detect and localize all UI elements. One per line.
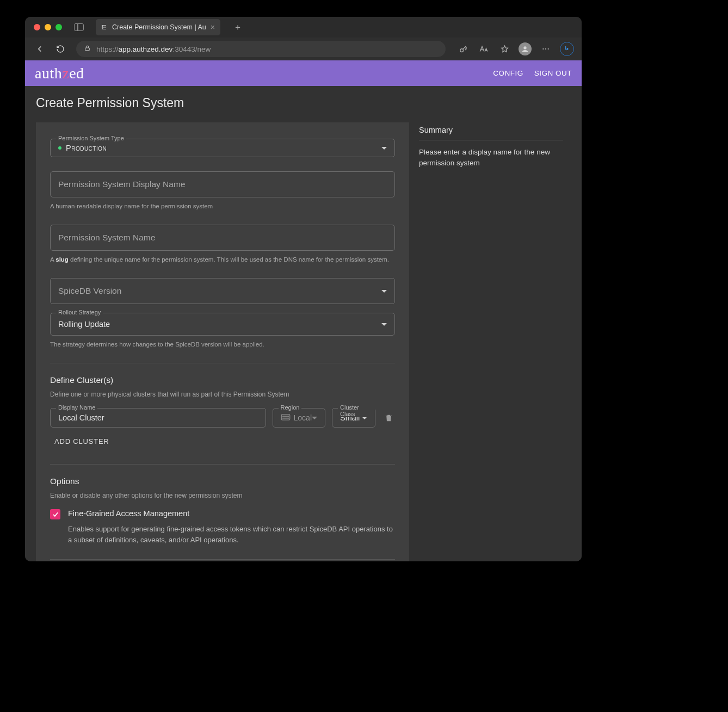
app-nav: CONFIG SIGN OUT xyxy=(493,69,572,77)
lock-icon xyxy=(84,45,91,53)
tab-favicon-icon xyxy=(100,23,108,31)
display-name-input[interactable] xyxy=(58,179,387,189)
chevron-down-icon xyxy=(381,147,387,150)
sidebar-toggle-icon[interactable] xyxy=(74,23,84,31)
text-size-icon[interactable] xyxy=(477,42,490,55)
status-dot-icon xyxy=(58,146,61,150)
cluster-display-name-input[interactable] xyxy=(58,413,258,422)
rollout-strategy-select[interactable]: Rollout Strategy Rolling Update xyxy=(50,313,395,336)
nav-sign-out[interactable]: SIGN OUT xyxy=(534,69,572,77)
bing-chat-icon[interactable] xyxy=(560,42,574,56)
clusters-subheading: Define one or more physical clusters tha… xyxy=(50,391,395,398)
add-cluster-button[interactable]: ADD CLUSTER xyxy=(50,434,114,449)
fgam-label: Fine-Grained Access Management xyxy=(68,509,189,518)
clusters-heading: Define Cluster(s) xyxy=(50,375,395,385)
display-name-input-wrap[interactable] xyxy=(50,171,395,197)
field-label: Permission System Type xyxy=(56,135,126,141)
chevron-down-icon xyxy=(381,323,387,326)
favorites-icon[interactable] xyxy=(498,42,511,55)
more-menu-icon[interactable] xyxy=(539,42,552,55)
options-heading: Options xyxy=(50,476,395,486)
display-name-field: A human-readable display name for the pe… xyxy=(50,171,395,210)
svg-rect-6 xyxy=(281,414,289,420)
browser-window: Create Permission System | Au × ＋ https:… xyxy=(25,17,582,561)
select-value: Rolling Update xyxy=(58,320,381,329)
field-help: The strategy determines how changes to t… xyxy=(50,340,395,349)
svg-point-5 xyxy=(548,48,549,49)
key-icon[interactable] xyxy=(456,42,470,55)
field-label: Cluster Class xyxy=(338,404,375,417)
delete-cluster-button[interactable] xyxy=(382,411,395,424)
fgam-checkbox[interactable] xyxy=(50,509,60,519)
address-bar: https://app.authzed.dev:30443/new xyxy=(25,38,582,60)
section-divider xyxy=(50,363,395,363)
chevron-down-icon xyxy=(381,290,387,293)
field-help: A human-readable display name for the pe… xyxy=(50,202,395,210)
addressbar-right-icons xyxy=(456,42,574,56)
permission-system-type-field: Permission System Type Production xyxy=(50,139,395,157)
minimize-window-button[interactable] xyxy=(45,24,51,30)
url-text: https://app.authzed.dev:30443/new xyxy=(96,45,211,53)
form-panel: Permission System Type Production A huma… xyxy=(36,122,409,561)
window-controls xyxy=(34,24,62,30)
select-placeholder: SpiceDB Version xyxy=(58,286,121,296)
svg-rect-7 xyxy=(282,416,289,417)
cluster-display-name-field[interactable]: Display Name xyxy=(50,408,266,428)
app-header: authzed CONFIG SIGN OUT xyxy=(25,60,582,86)
cluster-class-select[interactable]: Cluster Class Small xyxy=(332,408,375,428)
summary-text: Please enter a display name for the new … xyxy=(419,147,563,169)
summary-panel: Summary Please enter a display name for … xyxy=(419,122,563,169)
reload-button[interactable] xyxy=(53,42,67,56)
field-help: A slug defining the unique name for the … xyxy=(50,255,395,264)
section-divider xyxy=(50,559,395,560)
maximize-window-button[interactable] xyxy=(55,24,62,30)
field-label: Display Name xyxy=(56,404,97,411)
permission-system-type-select[interactable]: Permission System Type Production xyxy=(50,139,395,157)
spicedb-version-select[interactable]: SpiceDB Version xyxy=(50,278,395,304)
cluster-row: Display Name Region Local Cluster Class … xyxy=(50,408,395,428)
tab-title: Create Permission System | Au xyxy=(112,23,206,31)
summary-heading: Summary xyxy=(419,126,563,140)
rollout-strategy-field: Rollout Strategy Rolling Update The stra… xyxy=(50,313,395,349)
cluster-region-select[interactable]: Region Local xyxy=(273,408,325,428)
system-name-field: A slug defining the unique name for the … xyxy=(50,225,395,264)
field-label: Rollout Strategy xyxy=(56,309,103,315)
page-content: Create Permission System Permission Syst… xyxy=(25,86,582,561)
close-window-button[interactable] xyxy=(34,24,40,30)
url-box[interactable]: https://app.authzed.dev:30443/new xyxy=(76,41,446,57)
new-tab-button[interactable]: ＋ xyxy=(231,21,244,34)
svg-point-4 xyxy=(545,48,546,49)
system-name-input-wrap[interactable] xyxy=(50,225,395,251)
tab-close-icon[interactable]: × xyxy=(211,23,215,32)
nav-config[interactable]: CONFIG xyxy=(493,69,523,77)
fgam-option: Fine-Grained Access Management xyxy=(50,509,395,519)
options-subheading: Enable or disable any other options for … xyxy=(50,492,395,499)
titlebar: Create Permission System | Au × ＋ xyxy=(25,17,582,38)
svg-rect-8 xyxy=(282,418,289,419)
brand-logo[interactable]: authzed xyxy=(35,65,84,82)
fgam-description: Enables support for generating fine-grai… xyxy=(68,524,394,546)
section-divider xyxy=(50,464,395,465)
spicedb-version-field: SpiceDB Version xyxy=(50,278,395,304)
field-label: Region xyxy=(279,404,302,411)
page-title: Create Permission System xyxy=(36,96,571,110)
select-value: Local xyxy=(294,413,312,422)
select-value: Production xyxy=(66,144,107,152)
chevron-down-icon xyxy=(312,417,317,419)
svg-point-1 xyxy=(460,48,463,52)
svg-point-3 xyxy=(542,48,544,49)
browser-tab[interactable]: Create Permission System | Au × xyxy=(96,19,220,35)
svg-rect-0 xyxy=(85,48,90,51)
system-name-input[interactable] xyxy=(58,233,387,243)
region-icon xyxy=(281,413,291,423)
back-button[interactable] xyxy=(33,42,47,56)
svg-point-2 xyxy=(523,46,526,49)
profile-avatar[interactable] xyxy=(519,42,532,55)
